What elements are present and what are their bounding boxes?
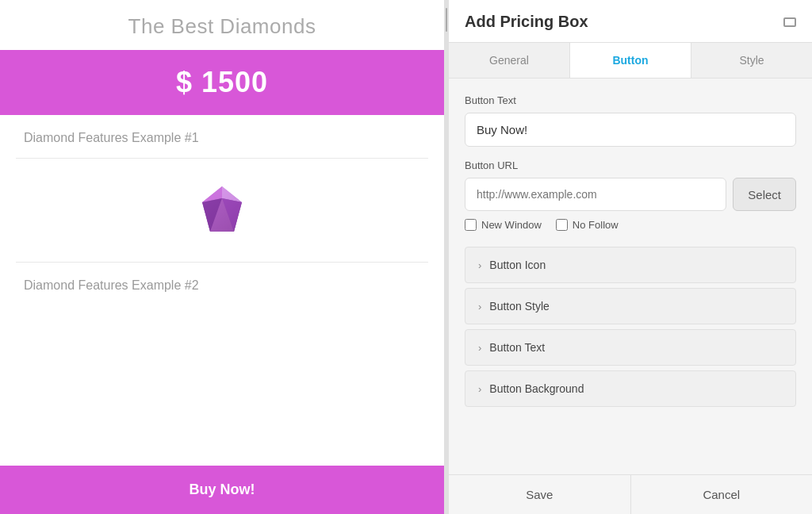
right-panel: Add Pricing Box General Button Style But… xyxy=(449,0,812,514)
button-text-label: Button Text xyxy=(465,94,796,106)
checkbox-row: New Window No Follow xyxy=(465,219,796,231)
no-follow-input[interactable] xyxy=(556,219,568,231)
button-url-label: Button URL xyxy=(465,159,796,171)
chevron-icon: › xyxy=(478,342,481,354)
accordion-label: Button Background xyxy=(489,382,584,395)
chevron-icon: › xyxy=(478,259,481,271)
page-title: The Best Diamonds xyxy=(0,0,444,50)
cancel-button[interactable]: Cancel xyxy=(631,475,813,514)
accordion-label: Button Icon xyxy=(489,259,546,271)
tab-style[interactable]: Style xyxy=(691,43,812,78)
select-button[interactable]: Select xyxy=(733,178,796,211)
new-window-checkbox[interactable]: New Window xyxy=(465,219,542,231)
tab-bar: General Button Style xyxy=(449,43,812,79)
panel-footer: Save Cancel xyxy=(449,474,812,514)
no-follow-label: No Follow xyxy=(573,219,619,231)
panel-content: Button Text Button URL Select New Window… xyxy=(449,79,812,474)
chevron-icon: › xyxy=(478,301,481,313)
diamond-icon xyxy=(194,182,250,238)
button-url-input[interactable] xyxy=(465,178,726,211)
diamond-image xyxy=(0,159,444,262)
new-window-label: New Window xyxy=(481,219,542,231)
tab-general[interactable]: General xyxy=(449,43,570,78)
tab-button[interactable]: Button xyxy=(570,43,691,78)
left-panel: The Best Diamonds $ 1500 Diamond Feature… xyxy=(0,0,444,514)
button-text-input[interactable] xyxy=(465,113,796,147)
accordion-button-style[interactable]: › Button Style xyxy=(465,288,796,324)
minimize-button[interactable] xyxy=(783,17,796,27)
panel-title: Add Pricing Box xyxy=(465,13,588,42)
accordion-button-background[interactable]: › Button Background xyxy=(465,370,796,407)
save-button[interactable]: Save xyxy=(449,475,631,514)
panel-header: Add Pricing Box xyxy=(449,0,812,43)
feature-1: Diamond Features Example #1 xyxy=(0,115,444,158)
accordion-button-text[interactable]: › Button Text xyxy=(465,329,796,366)
url-row: Select xyxy=(465,178,796,211)
new-window-input[interactable] xyxy=(465,219,477,231)
chevron-icon: › xyxy=(478,383,481,395)
accordion-label: Button Style xyxy=(489,300,550,313)
accordion-label: Button Text xyxy=(489,341,545,354)
buy-now-button[interactable]: Buy Now! xyxy=(0,466,444,514)
feature-2: Diamond Features Example #2 xyxy=(0,263,444,305)
no-follow-checkbox[interactable]: No Follow xyxy=(556,219,619,231)
price-bar: $ 1500 xyxy=(0,50,444,115)
accordion-button-icon[interactable]: › Button Icon xyxy=(465,247,796,283)
